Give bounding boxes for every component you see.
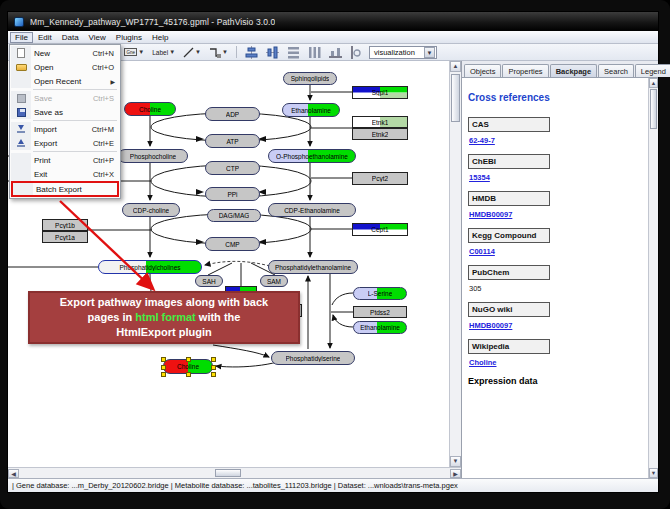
- pathway-node-ppi[interactable]: PPi: [205, 187, 260, 201]
- file-menu-item-export[interactable]: Export Ctrl+E: [11, 136, 119, 150]
- align-left-button[interactable]: [348, 45, 365, 59]
- node-label: DAG/MAG: [219, 212, 250, 219]
- selection-handle[interactable]: [161, 365, 166, 370]
- menu-view[interactable]: View: [84, 32, 111, 43]
- chevron-down-icon[interactable]: ▼: [138, 49, 144, 55]
- selection-handle[interactable]: [161, 372, 166, 377]
- file-menu-item-batch-export[interactable]: Batch Export: [11, 181, 119, 197]
- pathway-node-phosphatidylcholines[interactable]: Phosphatidylcholines: [98, 260, 202, 274]
- pathway-node-cept1[interactable]: Cept1: [352, 223, 408, 236]
- pathway-node-cdp-ethanolamine[interactable]: CDP-Ethanolamine: [268, 203, 356, 217]
- panel-vertical-scrollbar[interactable]: ▲ ▼: [648, 78, 658, 478]
- file-menu-item-print[interactable]: Print Ctrl+P: [11, 153, 119, 167]
- file-menu-item-open[interactable]: Open Ctrl+O: [11, 60, 119, 74]
- chevron-down-icon[interactable]: ▼: [222, 49, 228, 55]
- vertical-scroll-thumb[interactable]: [451, 74, 460, 122]
- distribute-vertical-button[interactable]: [285, 45, 302, 59]
- file-menu-item-save[interactable]: Save Ctrl+S: [11, 91, 119, 105]
- tab-objects[interactable]: Objects: [464, 64, 501, 77]
- file-menu-item-import[interactable]: Import Ctrl+M: [11, 122, 119, 136]
- pathway-node-adp[interactable]: ADP: [205, 107, 260, 121]
- pathway-node-atp[interactable]: ATP: [205, 134, 260, 148]
- selection-handle[interactable]: [186, 357, 191, 362]
- pathway-node-ethanolamine[interactable]: Ethanolamine: [282, 103, 340, 117]
- xref-link-kegg[interactable]: C00114: [469, 247, 642, 256]
- menu-file[interactable]: File: [10, 32, 33, 43]
- scroll-right-icon[interactable]: ▶: [450, 469, 461, 478]
- tab-search[interactable]: Search: [598, 64, 634, 77]
- pathway-node-l-serine[interactable]: L-Serine: [353, 287, 407, 300]
- file-menu-item-exit[interactable]: Exit Ctrl+X: [11, 167, 119, 181]
- xref-link-wikipedia[interactable]: Choline: [469, 358, 642, 367]
- align-middle-button[interactable]: [264, 45, 281, 59]
- align-bottom-button[interactable]: [327, 45, 344, 59]
- scroll-down-icon[interactable]: ▼: [649, 468, 658, 478]
- chevron-down-icon[interactable]: ▼: [195, 49, 201, 55]
- pathway-node-pcyt1a[interactable]: Pcyt1a: [42, 231, 88, 243]
- line-tool-button[interactable]: ▼: [181, 45, 203, 59]
- canvas-vertical-scrollbar[interactable]: ▲ ▼: [449, 61, 461, 467]
- pathway-node-o-phosphoethanolamine[interactable]: O-Phosphoethanolamine: [268, 149, 356, 163]
- selection-handle[interactable]: [161, 357, 166, 362]
- tab-legend[interactable]: Legend: [635, 64, 670, 77]
- menu-data[interactable]: Data: [57, 32, 84, 43]
- xref-link-nugo[interactable]: HMDB00097: [469, 321, 642, 330]
- pathway-node-ptdss2[interactable]: Ptdss2: [353, 306, 407, 318]
- pathway-node-sah[interactable]: SAH: [195, 275, 223, 287]
- chevron-down-icon[interactable]: ▼: [424, 47, 435, 58]
- pathway-node-sphingolipids[interactable]: Sphingolipids: [283, 72, 337, 85]
- visualization-combobox[interactable]: visualization ▼: [369, 46, 437, 59]
- connector-tool-button[interactable]: ▼: [207, 45, 230, 59]
- xref-db-hmdb: HMDB: [468, 191, 550, 206]
- pathway-node-pcyt2[interactable]: Pcyt2: [352, 172, 408, 185]
- label-tool-button[interactable]: Label ▼: [150, 45, 177, 59]
- pathway-node-choline[interactable]: Choline: [163, 359, 213, 374]
- pathway-node-sam[interactable]: SAM: [260, 275, 288, 287]
- file-menu-item-new[interactable]: New Ctrl+N: [11, 46, 119, 60]
- selection-handle[interactable]: [186, 372, 191, 377]
- file-menu-item-save-as[interactable]: Save as: [11, 105, 119, 119]
- scroll-left-icon[interactable]: ◀: [8, 469, 19, 478]
- pathway-node-phosphocholine[interactable]: Phosphocholine: [118, 149, 188, 163]
- canvas-horizontal-scrollbar[interactable]: ◀ ▶: [8, 467, 461, 478]
- node-label: CMP: [225, 241, 239, 248]
- scroll-up-icon[interactable]: ▲: [450, 61, 461, 72]
- horizontal-scroll-track[interactable]: [19, 469, 450, 478]
- connector-icon: [209, 47, 221, 58]
- title-bar[interactable]: Mm_Kennedy_pathway_WP1771_45176.gpml - P…: [8, 12, 658, 31]
- xref-link-cas[interactable]: 62-49-7: [469, 136, 642, 145]
- pathway-node-ethanolamine[interactable]: Ethanolamine: [353, 321, 407, 334]
- datanode-tool-button[interactable]: Gne ▼: [122, 45, 146, 59]
- distribute-horizontal-button[interactable]: [306, 45, 323, 59]
- xref-link-chebi[interactable]: 15354: [469, 173, 642, 182]
- pathway-node-phosphatidylserine[interactable]: Phosphatidylserine: [271, 351, 355, 365]
- pathway-node-cmp[interactable]: CMP: [205, 237, 260, 251]
- scroll-up-icon[interactable]: ▲: [649, 78, 658, 88]
- scroll-down-icon[interactable]: ▼: [450, 456, 461, 467]
- menu-help[interactable]: Help: [147, 32, 173, 43]
- pathway-node-ctp[interactable]: CTP: [205, 161, 260, 175]
- pathway-node-pcyt1b[interactable]: Pcyt1b: [42, 219, 88, 231]
- align-center-button[interactable]: [243, 45, 260, 59]
- chevron-down-icon[interactable]: ▼: [169, 49, 175, 55]
- menu-edit[interactable]: Edit: [33, 32, 57, 43]
- pathway-node-dag-mag[interactable]: DAG/MAG: [207, 209, 261, 222]
- xref-link-hmdb[interactable]: HMDB00097: [469, 210, 642, 219]
- file-menu-item-open-recent[interactable]: Open Recent ▶: [11, 74, 119, 88]
- panel-scroll-track[interactable]: [649, 88, 658, 468]
- pathway-node-cdp-choline[interactable]: CDP-choline: [122, 203, 180, 217]
- selection-handle[interactable]: [211, 357, 216, 362]
- horizontal-scroll-thumb[interactable]: [215, 469, 241, 477]
- pathway-node-etnk1[interactable]: Etnk1: [352, 116, 408, 128]
- tab-backpage[interactable]: Backpage: [550, 64, 597, 77]
- selection-handle[interactable]: [211, 365, 216, 370]
- pathway-node-etnk2[interactable]: Etnk2: [352, 128, 408, 140]
- pathway-node-choline[interactable]: Choline: [124, 102, 176, 116]
- pathway-node-phosphatidylethanolamine[interactable]: Phosphatidylethanolamine: [268, 260, 358, 274]
- panel-scroll-thumb[interactable]: [650, 89, 657, 129]
- tab-properties[interactable]: Properties: [502, 64, 548, 77]
- pathway-node-sgpl1[interactable]: Sgpl1: [352, 86, 408, 99]
- vertical-scroll-track[interactable]: [450, 72, 461, 456]
- menu-plugins[interactable]: Plugins: [111, 32, 147, 43]
- selection-handle[interactable]: [211, 372, 216, 377]
